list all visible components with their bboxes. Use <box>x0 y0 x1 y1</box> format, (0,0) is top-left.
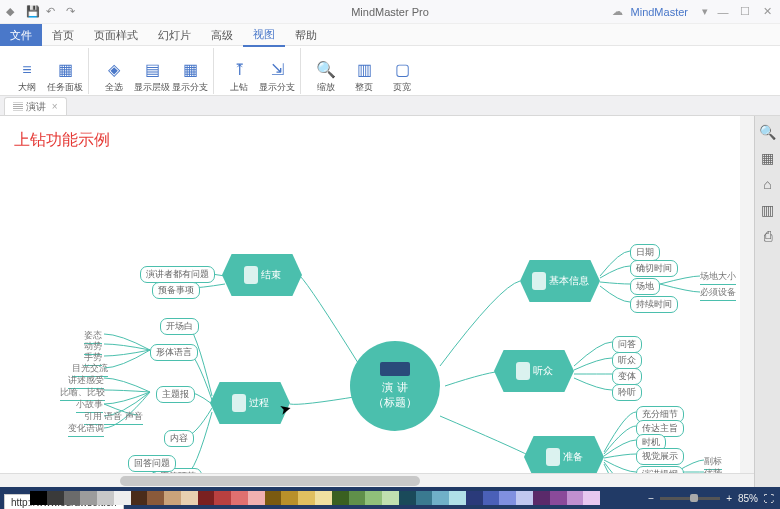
swatch[interactable] <box>432 491 449 505</box>
sub-end-a[interactable]: 预备事项 <box>152 282 200 299</box>
swatch[interactable] <box>483 491 500 505</box>
btn-showbranch[interactable]: ▦显示分支 <box>173 50 207 94</box>
swatch[interactable] <box>131 491 148 505</box>
save-icon[interactable]: 💾 <box>26 5 40 19</box>
swatch[interactable] <box>583 491 600 505</box>
swatch[interactable] <box>315 491 332 505</box>
sub-pr5[interactable]: 演讲提纲 <box>636 466 684 473</box>
sub-p2[interactable]: 形体语言 <box>150 344 198 361</box>
cloud-icon[interactable]: ☁ <box>612 5 623 18</box>
btn-outline[interactable]: ≡大纲 <box>10 50 44 94</box>
swatch[interactable] <box>416 491 433 505</box>
swatch[interactable] <box>80 491 97 505</box>
swatch[interactable] <box>147 491 164 505</box>
sub-p5a[interactable]: 回答问题 <box>128 455 176 472</box>
swatch[interactable] <box>47 491 64 505</box>
swatch[interactable] <box>298 491 315 505</box>
leaf-p3e[interactable]: 变化语调 <box>68 422 104 437</box>
close-icon[interactable]: ✕ <box>760 5 774 18</box>
btn-selectall[interactable]: ◈全选 <box>97 50 131 94</box>
swatch[interactable] <box>516 491 533 505</box>
search-icon[interactable]: 🔍 <box>759 124 776 140</box>
swatch[interactable] <box>382 491 399 505</box>
swatch[interactable] <box>64 491 81 505</box>
horizontal-scrollbar[interactable] <box>0 473 754 487</box>
btn-drillup[interactable]: ⤒上钻 <box>222 50 256 94</box>
tab-page-style[interactable]: 页面样式 <box>84 24 148 46</box>
brand-link[interactable]: MindMaster <box>631 6 688 18</box>
sub-p1[interactable]: 开场白 <box>160 318 199 335</box>
dropdown-icon[interactable]: ▾ <box>702 5 708 18</box>
export-icon[interactable]: ⎙ <box>764 228 772 244</box>
swatch[interactable] <box>265 491 282 505</box>
leaf-b3b[interactable]: 必须设备 <box>700 286 736 301</box>
sub-b4[interactable]: 持续时间 <box>630 296 678 313</box>
tab-home[interactable]: 首页 <box>42 24 84 46</box>
sub-a3[interactable]: 变体 <box>612 368 642 385</box>
sub-a2[interactable]: 听众 <box>612 352 642 369</box>
minimize-icon[interactable]: — <box>716 6 730 18</box>
swatch[interactable] <box>332 491 349 505</box>
zoom-slider[interactable] <box>660 497 720 500</box>
sub-p4[interactable]: 内容 <box>164 430 194 447</box>
swatch[interactable] <box>198 491 215 505</box>
node-audience[interactable]: 听众 <box>494 350 574 392</box>
sub-b3[interactable]: 场地 <box>630 278 660 295</box>
tab-slideshow[interactable]: 幻灯片 <box>148 24 201 46</box>
btn-zoom[interactable]: 🔍缩放 <box>309 50 343 94</box>
swatch[interactable] <box>281 491 298 505</box>
leaf-p3f[interactable]: 语音 声音 <box>104 410 143 425</box>
sub-pr4[interactable]: 视觉展示 <box>636 448 684 465</box>
swatch[interactable] <box>365 491 382 505</box>
swatch[interactable] <box>533 491 550 505</box>
swatch[interactable] <box>550 491 567 505</box>
library-icon[interactable]: ▥ <box>761 202 774 218</box>
home-icon[interactable]: ⌂ <box>763 176 771 192</box>
btn-fitwidth[interactable]: ▢页宽 <box>385 50 419 94</box>
btn-drilldown[interactable]: ⇲显示分支 <box>260 50 294 94</box>
swatch[interactable] <box>349 491 366 505</box>
fit-icon[interactable]: ⛶ <box>764 493 774 504</box>
sub-a4[interactable]: 聆听 <box>612 384 642 401</box>
zoom-in-icon[interactable]: + <box>726 493 732 504</box>
swatch[interactable] <box>97 491 114 505</box>
sub-end-q[interactable]: 演讲者都有问题 <box>140 266 215 283</box>
format-icon[interactable]: ▦ <box>761 150 774 166</box>
sub-b2[interactable]: 确切时间 <box>630 260 678 277</box>
btn-fitpage[interactable]: ▥整页 <box>347 50 381 94</box>
swatch[interactable] <box>214 491 231 505</box>
doc-tab[interactable]: ▤ 演讲× <box>4 97 67 115</box>
leaf-b3a[interactable]: 场地大小 <box>700 270 736 285</box>
sub-p3[interactable]: 主题报 <box>156 386 195 403</box>
swatch[interactable] <box>164 491 181 505</box>
sub-a1[interactable]: 问答 <box>612 336 642 353</box>
swatch[interactable] <box>248 491 265 505</box>
node-prepare[interactable]: 准备 <box>524 436 604 473</box>
tab-help[interactable]: 帮助 <box>285 24 327 46</box>
node-process[interactable]: 过程 <box>210 382 290 424</box>
tab-view[interactable]: 视图 <box>243 23 285 47</box>
central-topic[interactable]: 演 讲 （标题） <box>350 341 440 431</box>
tab-file[interactable]: 文件 <box>0 24 42 46</box>
tab-advanced[interactable]: 高级 <box>201 24 243 46</box>
doc-tab-close-icon[interactable]: × <box>52 101 58 112</box>
swatch[interactable] <box>466 491 483 505</box>
color-palette[interactable] <box>30 491 600 505</box>
swatch[interactable] <box>399 491 416 505</box>
node-end[interactable]: 结束 <box>222 254 302 296</box>
swatch[interactable] <box>181 491 198 505</box>
swatch[interactable] <box>449 491 466 505</box>
swatch[interactable] <box>231 491 248 505</box>
vertical-scrollbar[interactable] <box>740 116 754 473</box>
swatch[interactable] <box>499 491 516 505</box>
redo-icon[interactable]: ↷ <box>66 5 80 19</box>
sub-b1[interactable]: 日期 <box>630 244 660 261</box>
swatch[interactable] <box>567 491 584 505</box>
swatch[interactable] <box>30 491 47 505</box>
node-basic[interactable]: 基本信息 <box>520 260 600 302</box>
btn-taskpanel[interactable]: ▦任务面板 <box>48 50 82 94</box>
btn-showlevel[interactable]: ▤显示层级 <box>135 50 169 94</box>
scroll-thumb[interactable] <box>120 476 420 486</box>
zoom-out-icon[interactable]: − <box>648 493 654 504</box>
swatch[interactable] <box>114 491 131 505</box>
